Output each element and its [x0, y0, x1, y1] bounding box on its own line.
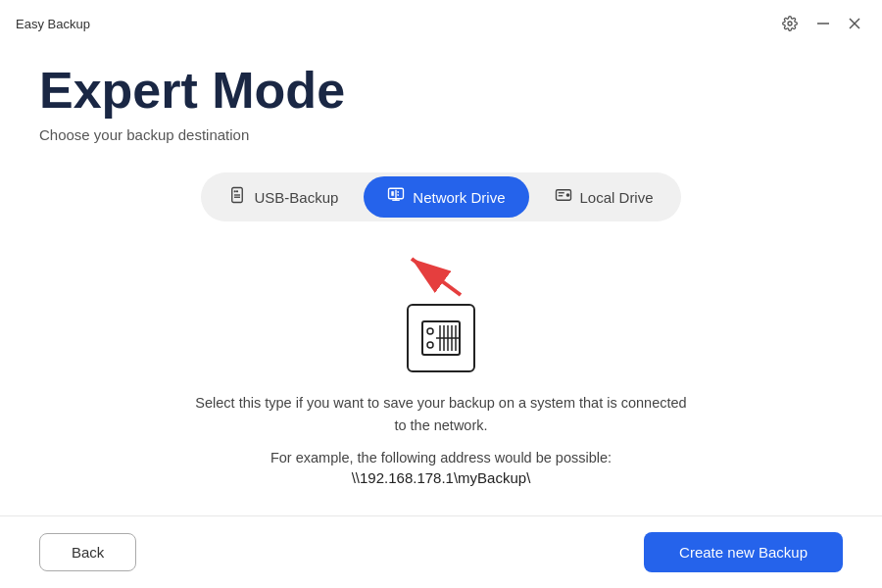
main-content: Expert Mode Choose your backup destinati… — [0, 43, 882, 506]
svg-point-22 — [427, 328, 433, 334]
close-icon — [849, 18, 860, 29]
close-button[interactable] — [843, 14, 866, 33]
svg-rect-13 — [398, 191, 400, 193]
drive-icon-area — [39, 304, 843, 372]
network-drive-illustration — [407, 304, 475, 372]
usb-backup-label: USB-Backup — [254, 189, 338, 206]
minimize-button[interactable] — [811, 14, 835, 33]
example-label: For example, the following address would… — [39, 450, 843, 466]
window-controls — [776, 12, 866, 35]
create-backup-button[interactable]: Create new Backup — [644, 532, 843, 572]
example-address-value: \\192.168.178.1\myBackup\ — [39, 469, 843, 486]
example-address-section: For example, the following address would… — [39, 450, 843, 486]
svg-point-16 — [566, 194, 568, 196]
page-title: Expert Mode — [39, 63, 843, 119]
svg-line-20 — [412, 259, 461, 295]
server-icon — [416, 314, 466, 363]
description-area: Select this type if you want to save you… — [39, 392, 843, 437]
title-bar: Easy Backup — [0, 0, 882, 43]
tab-usb-backup[interactable]: USB-Backup — [205, 176, 362, 218]
usb-icon — [228, 186, 246, 208]
svg-rect-14 — [398, 194, 400, 196]
back-button[interactable]: Back — [39, 533, 136, 571]
tab-network-drive[interactable]: Network Drive — [364, 176, 528, 218]
minimize-icon — [817, 18, 829, 29]
arrow-indicator — [39, 251, 843, 300]
settings-button[interactable] — [776, 12, 804, 35]
local-drive-label: Local Drive — [580, 189, 654, 206]
app-title: Easy Backup — [16, 17, 90, 31]
svg-point-23 — [427, 342, 433, 348]
tab-selector: USB-Backup Network Drive — [201, 172, 680, 221]
svg-point-0 — [788, 22, 792, 25]
red-arrow-svg — [382, 251, 500, 300]
gear-icon — [782, 16, 798, 31]
network-icon — [387, 186, 405, 208]
description-line2: to the network. — [39, 415, 843, 437]
bottom-bar: Back Create new Backup — [0, 515, 882, 588]
network-drive-label: Network Drive — [413, 189, 505, 206]
tab-local-drive[interactable]: Local Drive — [531, 176, 677, 218]
page-subtitle: Choose your backup destination — [39, 126, 843, 143]
local-drive-icon — [555, 186, 572, 208]
description-line1: Select this type if you want to save you… — [39, 392, 843, 415]
svg-rect-10 — [392, 191, 394, 196]
